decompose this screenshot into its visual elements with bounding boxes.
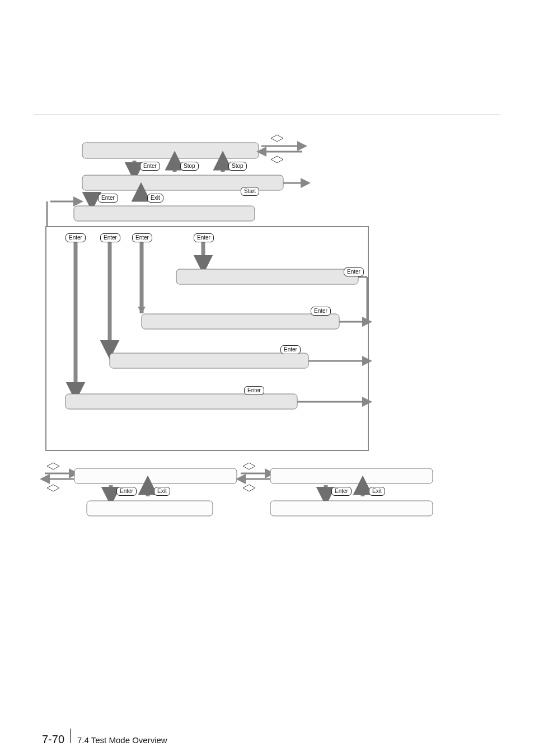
svg-rect-34: [74, 468, 237, 483]
btn-enter: Enter: [331, 487, 352, 496]
svg-marker-39: [243, 485, 255, 491]
btn-exit: Exit: [154, 487, 170, 496]
btn-enter: Enter: [65, 233, 86, 242]
btn-enter: Enter: [244, 386, 264, 395]
flow-diagram: [0, 0, 534, 560]
svg-rect-21: [176, 269, 358, 284]
btn-stop: Stop: [228, 162, 247, 171]
svg-marker-30: [47, 463, 59, 469]
page-number: 7-70: [42, 733, 64, 746]
btn-enter: Enter: [100, 233, 120, 242]
btn-exit: Exit: [147, 194, 163, 203]
svg-rect-42: [270, 468, 433, 483]
btn-exit: Exit: [369, 487, 385, 496]
btn-enter: Enter: [132, 233, 152, 242]
btn-enter: Enter: [140, 162, 160, 171]
btn-enter: Enter: [344, 267, 364, 276]
svg-marker-1: [271, 135, 283, 142]
svg-rect-24: [142, 314, 339, 329]
svg-rect-13: [74, 206, 255, 221]
footer-divider: [70, 729, 71, 743]
btn-enter: Enter: [280, 345, 301, 354]
svg-marker-19: [138, 307, 146, 313]
btn-start: Start: [241, 187, 259, 196]
svg-rect-0: [82, 143, 259, 158]
svg-marker-2: [271, 156, 283, 163]
svg-rect-37: [87, 501, 213, 516]
btn-stop: Stop: [180, 162, 199, 171]
page-footer: 7-70 7.4 Test Mode Overview: [42, 729, 167, 746]
svg-marker-31: [47, 485, 59, 491]
svg-rect-26: [110, 353, 308, 368]
svg-rect-14: [46, 227, 368, 450]
btn-enter: Enter: [98, 194, 118, 203]
btn-enter: Enter: [311, 307, 331, 316]
svg-rect-28: [65, 394, 297, 409]
svg-marker-38: [243, 463, 255, 469]
btn-enter: Enter: [194, 233, 214, 242]
btn-enter: Enter: [116, 487, 137, 496]
section-title: 7.4 Test Mode Overview: [77, 735, 167, 745]
svg-rect-45: [270, 501, 433, 516]
